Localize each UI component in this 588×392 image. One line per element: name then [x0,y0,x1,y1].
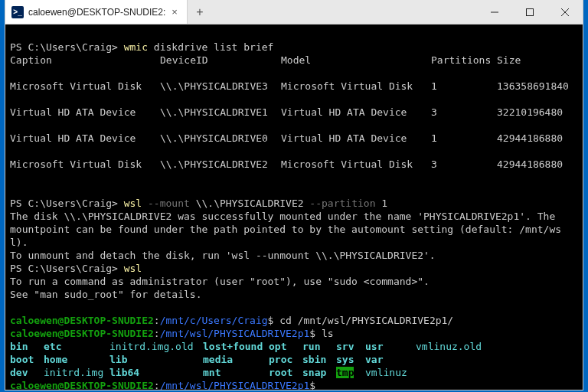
terminal-window: >_ caloewen@DESKTOP-SNUDIE2: × + PS C:\U… [5,0,583,390]
cell: 42944186880 [497,132,569,145]
dir: var [365,354,383,365]
titlebar-drag-area[interactable] [212,0,477,24]
maximize-button[interactable] [512,0,547,24]
cmd-wmic-args: diskdrive list brief [148,41,273,53]
hdr-caption: Caption [10,54,160,67]
bash-dollar: $ [309,328,315,339]
bash-dollar: $ [309,380,315,390]
cell: 1 [431,132,497,145]
bash-path: /mnt/wsl/PHYSICALDRIVE2p1 [160,380,310,390]
terminal-body[interactable]: PS C:\Users\Craig> wmic diskdrive list b… [5,24,583,390]
bash-user: caloewen@DESKTOP-SNUDIE2 [10,328,154,339]
cell: Microsoft Virtual Disk [10,158,160,171]
hdr-model: Model [281,54,431,67]
dir: sys [336,354,354,365]
bash-colon: : [154,380,160,390]
cell: Microsoft Virtual Disk [281,80,431,93]
tab-close-icon[interactable]: × [170,6,179,18]
dir: root [269,367,292,378]
new-tab-button[interactable]: + [188,0,212,24]
bash-colon: : [154,315,160,326]
dir: run [302,341,320,352]
ps-prompt: PS C:\Users\Craig> [10,263,118,274]
bash-cmd: cd /mnt/wsl/PHYSICALDRIVE2p1/ [273,315,453,326]
link: initrd.img.old [109,341,194,352]
dir: srv [336,341,354,352]
dir: snap [302,367,326,378]
dir: lib64 [109,367,139,378]
output-line: mountpoint can be found under the path p… [10,224,561,235]
link: initrd.img [44,367,103,378]
cell: Virtual HD ATA Device [281,106,431,119]
cmd-flag: --mount [142,198,190,209]
bash-colon: : [154,328,160,339]
cell: \\.\PHYSICALDRIVE0 [160,132,281,145]
cmd-wsl: wsl [124,263,142,274]
cell: Microsoft Virtual Disk [281,158,431,171]
cell: \\.\PHYSICALDRIVE1 [160,106,281,119]
bash-path: /mnt/wsl/PHYSICALDRIVE2p1 [160,328,310,339]
output-line: To unmount and detach the disk, run 'wsl… [10,250,436,261]
cmd-wmic: wmic [124,41,148,53]
close-button[interactable] [547,0,583,24]
link: vmlinuz.old [416,341,482,352]
bash-path: /mnt/c/Users/Craig [160,315,268,326]
hdr-size: Size [497,54,569,67]
cell: 42944186880 [497,158,569,171]
cell: 32210196480 [497,106,569,119]
hdr-partitions: Partitions [431,54,497,67]
cell: Virtual HD ATA Device [281,132,431,145]
powershell-icon: >_ [11,6,24,18]
diskdrive-table: CaptionDeviceIDModelPartitionsSize Micro… [10,54,569,171]
cell: Microsoft Virtual Disk [10,80,160,93]
cell: \\.\PHYSICALDRIVE2 [160,158,281,171]
output-line: To run a command as administrator (user … [10,276,430,287]
dir: boot [10,354,34,365]
cmd-flag: --partition [304,198,376,209]
cell: 136358691840 [497,80,569,93]
bash-user: caloewen@DESKTOP-SNUDIE2 [10,315,154,326]
dir: usr [365,341,383,352]
output-line: l). [10,237,28,248]
link: vmlinuz [365,367,407,378]
tab-active[interactable]: >_ caloewen@DESKTOP-SNUDIE2: × [5,0,188,24]
dir: mnt [203,367,220,378]
tab-title: caloewen@DESKTOP-SNUDIE2: [28,7,165,18]
dir-sticky: tmp [336,367,354,378]
ps-prompt: PS C:\Users\Craig> [10,198,118,209]
dir: lib [109,354,127,365]
dir: sbin [302,354,326,365]
cell: 1 [431,80,497,93]
dir: opt [269,341,286,352]
output-line: See "man sudo_root" for details. [10,289,201,300]
minimize-button[interactable] [477,0,512,24]
dir: bin [10,341,28,352]
cell: \\.\PHYSICALDRIVE3 [160,80,281,93]
dir: dev [10,367,28,378]
ls-output: binetcinitrd.img.oldlost+foundoptrunsrvu… [10,340,482,379]
svg-rect-1 [527,8,534,15]
bash-cmd: ls [315,328,333,339]
cell: Virtual HD ATA Device [10,132,160,145]
cmd-wsl: wsl [124,198,142,209]
ps-prompt: PS C:\Users\Craig> [10,41,118,53]
bash-user: caloewen@DESKTOP-SNUDIE2 [10,380,154,390]
cell: 3 [431,106,497,119]
dir: etc [44,341,61,352]
cmd-arg: \\.\PHYSICALDRIVE2 [190,198,304,209]
titlebar: >_ caloewen@DESKTOP-SNUDIE2: × + [5,0,583,24]
cell: Virtual HD ATA Device [10,106,160,119]
dir: lost+found [203,341,263,352]
cmd-arg: 1 [375,198,387,209]
output-line: The disk \\.\PHYSICALDRIVE2 was successf… [10,211,555,222]
dir: media [203,354,233,365]
dir: proc [269,354,292,365]
dir: home [44,354,67,365]
hdr-deviceid: DeviceID [160,54,281,67]
cell: 3 [431,158,497,171]
